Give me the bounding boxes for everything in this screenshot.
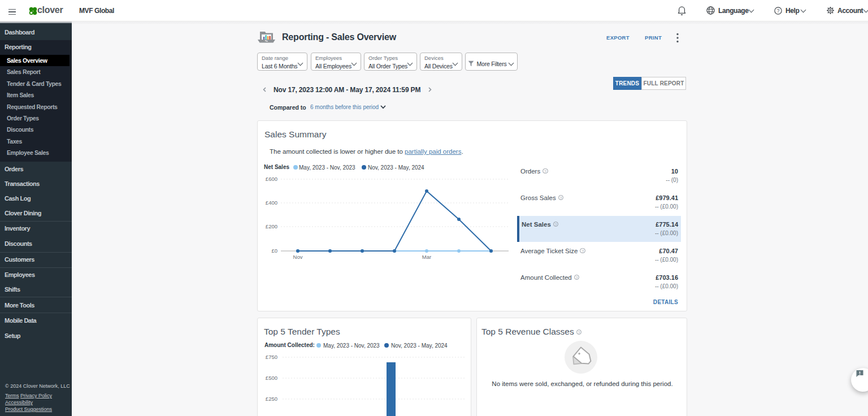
svg-text:£600: £600 (266, 176, 277, 182)
svg-text:£200: £200 (266, 223, 277, 229)
svg-text:£0: £0 (271, 248, 277, 254)
svg-text:?: ? (777, 8, 780, 14)
svg-text:£500: £500 (266, 375, 277, 381)
svg-text:£250: £250 (266, 396, 277, 402)
svg-text:£400: £400 (266, 200, 277, 206)
svg-text:£750: £750 (266, 354, 277, 360)
svg-text:Nov: Nov (293, 254, 303, 260)
svg-text:Mar: Mar (422, 254, 431, 260)
